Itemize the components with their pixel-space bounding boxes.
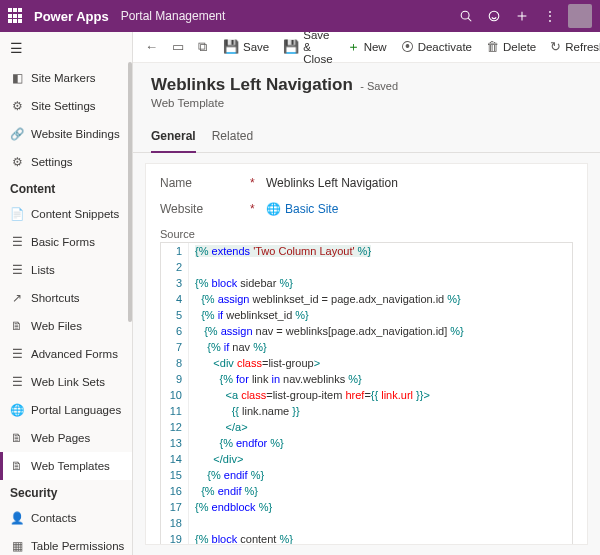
name-field[interactable]: Weblinks Left Navigation [266,176,398,190]
sidebar-item-label: Web Link Sets [31,376,105,388]
scrollbar[interactable] [128,62,132,322]
deactivate-button[interactable]: ⦿Deactivate [395,33,478,61]
sidebar-item-label: Site Settings [31,100,96,112]
svg-point-2 [489,11,499,21]
hamburger-icon[interactable]: ☰ [0,32,132,64]
avatar[interactable] [568,4,592,28]
sidebar-item-web-link-sets[interactable]: ☰Web Link Sets [0,368,132,396]
code-line[interactable]: <div class=list-group> [189,355,320,371]
tab-related[interactable]: Related [212,123,253,152]
sidebar-item-table-permissions[interactable]: ▦Table Permissions [0,532,132,555]
command-bar: ← ▭ ⧉ 💾Save 💾Save & Close ＋New ⦿Deactiva… [133,32,600,63]
line-number: 12 [161,419,189,435]
name-label: Name [160,176,250,190]
tab-general[interactable]: General [151,123,196,153]
open-record-button[interactable]: ▭ [166,33,190,61]
website-lookup[interactable]: 🌐 Basic Site [266,202,338,216]
line-number: 4 [161,291,189,307]
sidebar-item-label: Advanced Forms [31,348,118,360]
sidebar-item-web-pages[interactable]: 🗎Web Pages [0,424,132,452]
waffle-icon[interactable] [8,8,24,24]
line-number: 2 [161,259,189,275]
sidebar-item-label: Site Markers [31,72,96,84]
refresh-button[interactable]: ↻Refresh [544,33,600,61]
sidebar: ☰ ◧Site Markers⚙Site Settings🔗Website Bi… [0,32,133,555]
code-line[interactable]: {% assign nav = weblinks[page.adx_naviga… [189,323,464,339]
source-editor[interactable]: 1{% extends 'Two Column Layout' %}23{% b… [160,242,573,545]
delete-label: Delete [503,41,536,53]
popout-button[interactable]: ⧉ [192,33,213,61]
sidebar-item-advanced-forms[interactable]: ☰Advanced Forms [0,340,132,368]
sidebar-item-label: Table Permissions [31,540,124,552]
code-line[interactable]: {% if weblinkset_id %} [189,307,309,323]
code-line[interactable]: {% for link in nav.weblinks %} [189,371,362,387]
sidebar-item-web-files[interactable]: 🗎Web Files [0,312,132,340]
line-number: 6 [161,323,189,339]
code-line[interactable]: {% block sidebar %} [189,275,293,291]
sidebar-item-portal-languages[interactable]: 🌐Portal Languages [0,396,132,424]
basic-forms-icon: ☰ [10,235,24,249]
more-icon[interactable]: ⋮ [536,2,564,30]
add-icon[interactable] [508,2,536,30]
assistant-icon[interactable] [480,2,508,30]
code-line[interactable]: {% assign weblinkset_id = page.adx_navig… [189,291,461,307]
sidebar-item-label: Portal Languages [31,404,121,416]
sidebar-item-label: Website Bindings [31,128,120,140]
search-icon[interactable] [452,2,480,30]
sidebar-item-basic-forms[interactable]: ☰Basic Forms [0,228,132,256]
sidebar-item-label: Web Files [31,320,82,332]
sidebar-item-lists[interactable]: ☰Lists [0,256,132,284]
settings-icon: ⚙ [10,155,24,169]
sidebar-item-website-bindings[interactable]: 🔗Website Bindings [0,120,132,148]
popout-icon: ⧉ [198,39,207,55]
code-line[interactable]: {% endblock %} [189,499,272,515]
line-number: 11 [161,403,189,419]
sidebar-item-site-markers[interactable]: ◧Site Markers [0,64,132,92]
site-markers-icon: ◧ [10,71,24,85]
page-header: Weblinks Left Navigation - Saved Web Tem… [133,63,600,113]
code-line[interactable]: {% block content %} [189,531,293,545]
save-status: - Saved [360,80,398,92]
code-line[interactable] [189,259,195,275]
back-button[interactable]: ← [139,33,164,61]
code-line[interactable]: {% endif %} [189,483,258,499]
website-bindings-icon: 🔗 [10,127,24,141]
required-marker: * [250,202,256,216]
sidebar-item-shortcuts[interactable]: ↗Shortcuts [0,284,132,312]
sidebar-item-label: Web Pages [31,432,90,444]
site-settings-icon: ⚙ [10,99,24,113]
code-line[interactable]: </div> [189,451,243,467]
new-icon: ＋ [347,38,360,56]
delete-icon: 🗑 [486,39,499,54]
app-area-label: Portal Management [121,9,226,23]
record-icon: ▭ [172,39,184,54]
page-title: Weblinks Left Navigation [151,75,353,94]
sidebar-item-settings[interactable]: ⚙Settings [0,148,132,176]
code-line[interactable]: </a> [189,419,248,435]
code-line[interactable]: {% if nav %} [189,339,267,355]
save-button[interactable]: 💾Save [217,33,275,61]
code-line[interactable] [189,515,195,531]
advanced-forms-icon: ☰ [10,347,24,361]
web-pages-icon: 🗎 [10,431,24,445]
sidebar-item-web-templates[interactable]: 🗎Web Templates [0,452,132,480]
sidebar-item-content-snippets[interactable]: 📄Content Snippets [0,200,132,228]
source-label: Source [160,228,573,240]
line-number: 15 [161,467,189,483]
code-line[interactable]: {% endif %} [189,467,264,483]
code-line[interactable]: {% extends 'Two Column Layout' %} [189,243,371,259]
sidebar-item-site-settings[interactable]: ⚙Site Settings [0,92,132,120]
line-number: 13 [161,435,189,451]
code-line[interactable]: {{ link.name }} [189,403,300,419]
new-button[interactable]: ＋New [341,33,393,61]
required-marker: * [250,176,256,190]
refresh-label: Refresh [565,41,600,53]
line-number: 9 [161,371,189,387]
code-line[interactable]: {% endfor %} [189,435,284,451]
code-line[interactable]: <a class=list-group-item href={{ link.ur… [189,387,430,403]
save-close-button[interactable]: 💾Save & Close [277,33,338,61]
sidebar-item-label: Basic Forms [31,236,95,248]
sidebar-item-contacts[interactable]: 👤Contacts [0,504,132,532]
delete-button[interactable]: 🗑Delete [480,33,542,61]
save-close-icon: 💾 [283,39,299,54]
